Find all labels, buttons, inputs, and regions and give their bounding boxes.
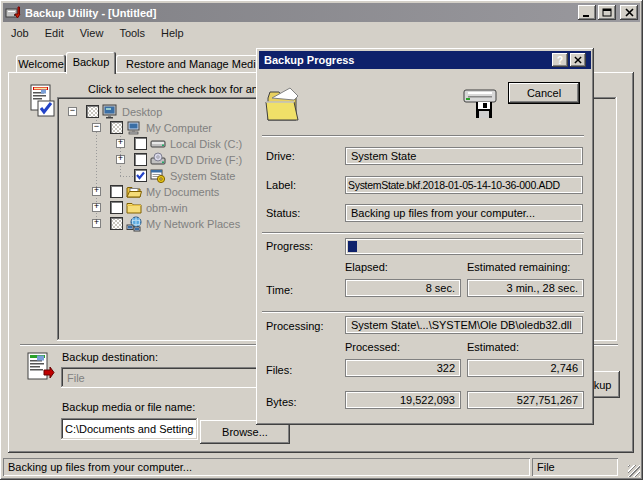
instruction-text: Click to select the check box for any dr…	[88, 83, 279, 95]
app-icon	[5, 5, 21, 21]
files-estimated-field: 2,746	[467, 359, 584, 377]
tree-item-label: My Network Places	[146, 218, 240, 230]
my-documents-checkbox[interactable]	[110, 185, 123, 198]
files-processed-value: 322	[437, 362, 455, 374]
computer-icon	[126, 120, 142, 136]
check-icon	[135, 170, 146, 181]
bytes-estimated-value: 527,751,267	[517, 394, 578, 406]
files-estimated-value: 2,746	[550, 362, 578, 374]
menu-help[interactable]: Help	[153, 25, 192, 41]
tree-item-label: My Documents	[146, 186, 219, 198]
dvd-icon	[150, 152, 166, 168]
tab-welcome-label: Welcome	[18, 58, 64, 70]
menu-edit[interactable]: Edit	[37, 25, 72, 41]
processing-field: System State\...\SYSTEM\Ole DB\oledb32.d…	[345, 316, 583, 334]
network-icon	[126, 216, 142, 232]
backup-media-label: Backup media or file name:	[62, 401, 195, 413]
label-value: SystemState.bkf.2018-01-05-14-10-36-000.…	[348, 179, 560, 191]
bytes-label: Bytes:	[266, 396, 297, 408]
progress-fill	[348, 241, 357, 252]
browse-button-label: Browse...	[222, 426, 268, 438]
dialog-title: Backup Progress	[264, 54, 354, 66]
processing-value: System State\...\SYSTEM\Ole DB\oledb32.d…	[351, 319, 572, 331]
status-destination-text: File	[537, 461, 555, 473]
elapsed-header: Elapsed:	[345, 261, 388, 273]
window-titlebar[interactable]: Backup Utility - [Untitled]	[3, 3, 640, 22]
menu-job[interactable]: Job	[3, 25, 37, 41]
backup-media-icon	[462, 86, 504, 124]
tree-item-label: Desktop	[122, 106, 162, 118]
bytes-processed-field: 19,522,093	[345, 391, 461, 409]
minimize-button[interactable]	[578, 5, 596, 20]
close-button[interactable]	[620, 5, 638, 20]
time-label: Time:	[266, 284, 293, 296]
maximize-button[interactable]	[598, 5, 616, 20]
my-network-places-checkbox[interactable]	[110, 217, 123, 230]
collapse-icon[interactable]: −	[92, 123, 101, 132]
help-button[interactable]: ?	[552, 53, 568, 67]
tree-item-label: Local Disk (C:)	[170, 138, 242, 150]
label-field: SystemState.bkf.2018-01-05-14-10-36-000.…	[345, 176, 583, 194]
bytes-estimated-field: 527,751,267	[467, 391, 584, 409]
tree-item-label: DVD Drive (F:)	[170, 154, 242, 166]
status-text: Backing up files from your computer...	[8, 461, 192, 473]
tree-item-label: System State	[170, 170, 235, 182]
estimated-remaining-header: Estimated remaining:	[467, 261, 570, 273]
cancel-button-label: Cancel	[527, 87, 561, 99]
system-state-checkbox[interactable]	[134, 169, 147, 182]
bytes-processed-value: 19,522,093	[400, 394, 455, 406]
tab-backup[interactable]: Backup	[66, 52, 116, 74]
menu-bar: Job Edit View Tools Help	[3, 23, 640, 42]
label-label: Label:	[266, 179, 296, 191]
estimated-remaining-value: 3 min., 28 sec.	[506, 282, 578, 294]
tab-restore-label: Restore and Manage Medi	[126, 58, 256, 70]
backup-destination-value: File	[67, 372, 85, 384]
expand-icon[interactable]: +	[92, 187, 101, 196]
backup-destination-icon	[26, 352, 56, 390]
menu-tools[interactable]: Tools	[111, 25, 153, 41]
dialog-divider-3	[262, 311, 584, 313]
system-state-icon	[150, 168, 166, 184]
drive-value: System State	[351, 150, 416, 162]
obm-win-checkbox[interactable]	[110, 201, 123, 214]
documents-icon	[126, 184, 142, 200]
status-label: Status:	[266, 207, 300, 219]
status-value: Backing up files from your computer...	[351, 207, 535, 219]
open-folder-icon	[264, 84, 304, 128]
cancel-button[interactable]: Cancel	[508, 82, 580, 104]
collapse-icon[interactable]: −	[68, 107, 77, 116]
menu-view[interactable]: View	[72, 25, 112, 41]
dvd-drive-checkbox[interactable]	[134, 153, 147, 166]
tab-backup-label: Backup	[73, 56, 110, 68]
drive-field: System State	[345, 147, 583, 165]
expand-icon[interactable]: +	[116, 155, 125, 164]
estimated-header: Estimated:	[467, 341, 519, 353]
dialog-divider-1	[262, 135, 584, 137]
window-title: Backup Utility - [Untitled]	[25, 7, 156, 19]
elapsed-value: 8 sec.	[426, 282, 455, 294]
progress-bar	[345, 238, 583, 255]
backup-media-input[interactable]	[61, 418, 198, 440]
backup-destination-label: Backup destination:	[62, 351, 158, 363]
local-disk-checkbox[interactable]	[134, 137, 147, 150]
progress-label: Progress:	[266, 240, 313, 252]
desktop-checkbox[interactable]	[86, 105, 99, 118]
dialog-close-button[interactable]	[570, 53, 586, 67]
my-computer-checkbox[interactable]	[110, 121, 123, 134]
files-label: Files:	[266, 364, 292, 376]
estimated-remaining-field: 3 min., 28 sec.	[467, 279, 584, 297]
elapsed-field: 8 sec.	[345, 279, 461, 297]
expand-icon[interactable]: +	[92, 203, 101, 212]
expand-icon[interactable]: +	[116, 139, 125, 148]
status-bar-destination: File	[532, 458, 618, 476]
status-bar-message: Backing up files from your computer...	[3, 458, 530, 476]
dialog-titlebar[interactable]: Backup Progress ?	[259, 51, 591, 69]
tab-welcome[interactable]: Welcome	[16, 55, 66, 73]
resize-grip[interactable]	[628, 465, 640, 477]
backup-progress-dialog: Backup Progress ? Cancel Drive:	[256, 48, 594, 425]
dialog-divider-2	[262, 232, 584, 234]
processed-header: Processed:	[345, 341, 400, 353]
drive-label: Drive:	[266, 150, 295, 162]
expand-icon[interactable]: +	[92, 219, 101, 228]
processing-label: Processing:	[266, 320, 323, 332]
